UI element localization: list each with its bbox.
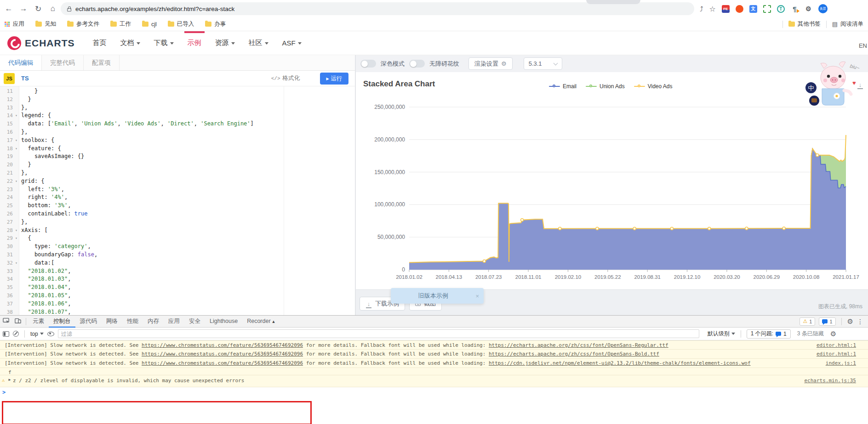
javascript-context-select[interactable]: top <box>30 331 44 337</box>
devtools-tab-性能[interactable]: 性能 <box>122 316 143 328</box>
reading-list[interactable]: ▤ 阅读清单 <box>832 20 863 28</box>
url-bar[interactable]: echarts.apache.org/examples/zh/editor.ht… <box>61 2 694 15</box>
forward-icon[interactable]: → <box>18 4 29 13</box>
console-sidebar-icon[interactable] <box>3 331 9 337</box>
echarts-logo[interactable]: ECHARTS <box>0 36 75 50</box>
fold-caret-icon[interactable]: ▾ <box>13 226 20 235</box>
live-expression-eye-icon[interactable] <box>47 332 54 336</box>
bookmarks-bar: 应用见知参考文件工作cjl已导入办事 其他书签 ▤ 阅读清单 <box>0 17 868 31</box>
console-settings-icon[interactable]: ⚙ <box>830 330 836 338</box>
legacy-example-link[interactable]: 旧版本示例 <box>391 292 475 300</box>
clear-console-icon[interactable] <box>13 331 19 337</box>
legend-item-video-ads[interactable]: Video Ads <box>634 83 673 90</box>
other-bookmarks[interactable]: 其他书签 <box>788 20 821 28</box>
reload-icon[interactable]: ↻ <box>33 4 43 14</box>
decal-toggle[interactable] <box>409 60 425 68</box>
devtools-tab-安全[interactable]: 安全 <box>184 316 205 328</box>
legend-item-email[interactable]: Email <box>549 83 577 90</box>
devtools-tab-元素[interactable]: 元素 <box>28 316 49 328</box>
back-icon[interactable]: ← <box>4 4 14 13</box>
devtools-tab-应用[interactable]: 应用 <box>164 316 184 328</box>
language-switch[interactable]: EN <box>859 42 867 49</box>
fold-caret-icon[interactable]: ▾ <box>13 234 20 243</box>
console-prompt-row[interactable]: > <box>0 387 868 397</box>
console-link[interactable]: https://www.chromestatus.com/feature/563… <box>142 360 303 366</box>
devtools-tab-内存[interactable]: 内存 <box>143 316 164 328</box>
hidden-messages-label[interactable]: 3 条已隐藏 <box>797 330 824 338</box>
fold-caret-icon[interactable]: ▾ <box>13 177 20 186</box>
console-link[interactable]: https://cdn.jsdelivr.net/npm/element-ui@… <box>489 360 751 366</box>
home-icon[interactable]: ⌂ <box>48 4 58 13</box>
nav-item-下载[interactable]: 下载 <box>147 31 181 55</box>
legend-item-union-ads[interactable]: Union Ads <box>586 83 625 90</box>
run-button[interactable]: ▶ 运行 <box>320 73 348 85</box>
t-extension-icon[interactable]: T <box>777 5 785 13</box>
console-link[interactable]: https://echarts.apache.org/zh/css/font/O… <box>489 351 659 357</box>
bookmark-item[interactable]: 工作 <box>110 20 131 28</box>
bookmark-star-icon[interactable]: ☆ <box>709 5 716 13</box>
nav-item-文档[interactable]: 文档 <box>114 31 147 55</box>
editor-tab-完整代码[interactable]: 完整代码 <box>42 55 84 70</box>
bookmark-item[interactable]: cjl <box>142 21 157 28</box>
console-warning-count[interactable]: ⚠ 1 <box>799 317 815 326</box>
paragraph-extension-icon[interactable]: ¶ <box>791 5 799 13</box>
devtools-tab-Lighthouse[interactable]: Lighthouse <box>205 316 242 328</box>
expand-arrow-icon[interactable]: ▶ <box>6 378 13 382</box>
fold-caret-icon[interactable]: ▾ <box>13 259 20 267</box>
console-link[interactable]: https://www.chromestatus.com/feature/563… <box>142 351 303 357</box>
issues-button[interactable]: 1 个问题: 1 <box>747 329 791 339</box>
nav-item-ASF[interactable]: ASF <box>275 31 308 55</box>
console-source-link[interactable]: index.js:1 <box>826 360 868 366</box>
console-filter-input[interactable] <box>58 329 699 338</box>
bookmark-item[interactable]: 应用 <box>5 20 24 28</box>
code-area[interactable]: 11 }12 }13},14▾legend: {15 data: ['Email… <box>0 86 355 315</box>
fold-caret-icon[interactable]: ▾ <box>13 112 20 120</box>
save-as-image-icon[interactable]: ↓ <box>857 81 863 88</box>
inspect-element-icon[interactable] <box>0 317 12 326</box>
devtools-tab-控制台[interactable]: 控制台 <box>49 316 75 328</box>
capture-extension-icon[interactable] <box>763 5 771 13</box>
console-link[interactable]: https://www.chromestatus.com/feature/563… <box>142 342 303 348</box>
render-settings-button[interactable]: 渲染设置 ⚙ <box>468 57 513 70</box>
play-icon: ▶ <box>326 77 329 81</box>
ts-language-toggle[interactable]: TS <box>21 75 29 82</box>
close-icon[interactable]: × <box>475 293 484 300</box>
bookmark-item[interactable]: 参考文件 <box>67 20 99 28</box>
url-text[interactable]: echarts.apache.org/examples/zh/editor.ht… <box>75 6 234 12</box>
devtools-panel: 元素控制台源代码网络性能内存应用安全LighthouseRecorder▲ ⚠ … <box>0 315 868 424</box>
nav-item-示例[interactable]: 示例 <box>181 31 208 55</box>
devtools-settings-icon[interactable]: ⚙ <box>847 317 853 326</box>
translate-extension-icon[interactable]: 文 <box>749 5 757 13</box>
fold-caret-icon[interactable]: ▾ <box>13 145 20 153</box>
code-text: left: '3%', <box>21 186 64 194</box>
fold-caret-icon[interactable]: ▾ <box>13 136 20 145</box>
devtools-menu-icon[interactable]: ⋮ <box>857 318 863 325</box>
bookmark-item[interactable]: 见知 <box>35 20 56 28</box>
editor-tab-配置项[interactable]: 配置项 <box>84 55 120 70</box>
extensions-puzzle-icon[interactable]: ⚙ <box>805 5 812 13</box>
console-link[interactable]: https://echarts.apache.org/zh/css/font/O… <box>489 342 668 348</box>
device-toolbar-icon[interactable] <box>12 317 24 326</box>
devtools-tab-网络[interactable]: 网络 <box>102 316 122 328</box>
dark-mode-toggle[interactable] <box>360 60 376 68</box>
console-source-link[interactable]: editor.html:1 <box>817 351 868 357</box>
nav-item-资源[interactable]: 资源 <box>208 31 242 55</box>
profile-avatar[interactable]: 美晨 <box>818 4 828 13</box>
devtools-tab-Recorder[interactable]: Recorder▲ <box>242 316 280 328</box>
extension-fe-icon[interactable]: FE <box>722 5 730 13</box>
devtools-tab-源代码[interactable]: 源代码 <box>75 316 102 328</box>
share-icon[interactable]: ⤴ <box>700 5 703 13</box>
nav-item-首页[interactable]: 首页 <box>86 31 114 55</box>
bookmark-item[interactable]: 已导入 <box>168 20 194 28</box>
log-level-select[interactable]: 默认级别 <box>708 330 735 338</box>
console-source-link[interactable]: echarts.min.js:35 <box>804 378 868 384</box>
format-button[interactable]: </> 格式化 <box>271 74 300 82</box>
editor-tab-代码编辑[interactable]: 代码编辑 <box>0 55 42 70</box>
version-select[interactable]: 5.3.1 <box>524 57 562 70</box>
nav-item-社区[interactable]: 社区 <box>242 31 275 55</box>
bookmark-item[interactable]: 办事 <box>205 20 226 28</box>
console-source-link[interactable]: editor.html:1 <box>817 342 868 348</box>
extension-orange-icon[interactable] <box>736 5 743 13</box>
console-message-count[interactable]: 1 <box>819 317 835 326</box>
js-language-badge[interactable]: JS <box>4 73 15 84</box>
